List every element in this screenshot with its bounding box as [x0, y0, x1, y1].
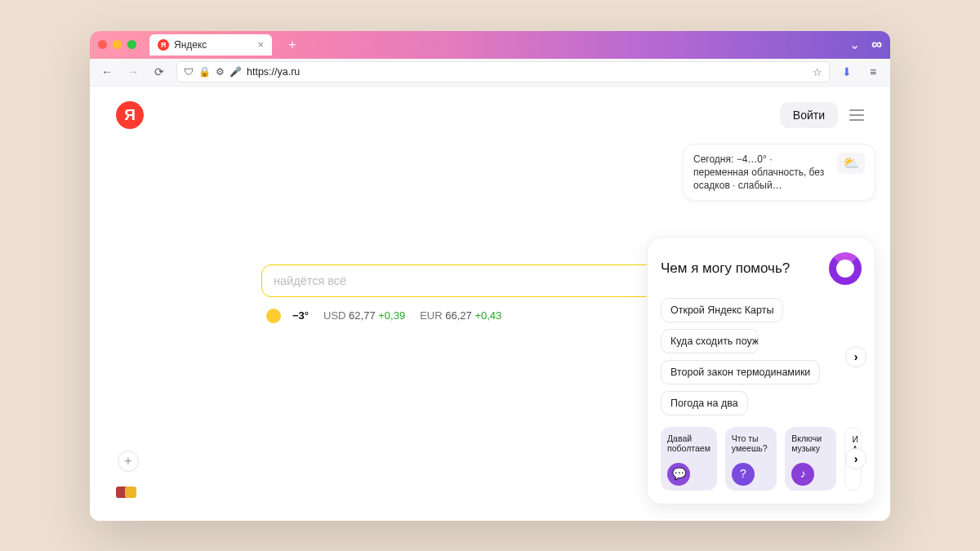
window-controls: [98, 40, 136, 49]
alice-card-skills[interactable]: Что ты умеешь? ?: [725, 427, 777, 491]
alice-card-label: Что ты умеешь?: [732, 433, 770, 463]
shortcut-icon: [125, 487, 136, 498]
alice-panel: Чем я могу помочь? Открой Яндекс Карты К…: [647, 237, 875, 504]
mic-icon[interactable]: 🎤: [229, 66, 242, 78]
lock-icon: 🔒: [198, 66, 211, 78]
currency-delta-eur: +0,43: [474, 309, 501, 322]
chips-scroll-right-button[interactable]: ›: [845, 346, 866, 367]
app-menu-button[interactable]: ≡: [864, 63, 882, 81]
alice-title: Чем я могу помочь?: [661, 260, 790, 277]
search-input[interactable]: [274, 274, 706, 287]
tabs-dropdown-icon[interactable]: ⌄: [849, 37, 860, 52]
currency-value-eur: 66,27: [445, 309, 472, 322]
alice-logo-icon[interactable]: [829, 252, 862, 285]
alice-chip[interactable]: Второй закон термодинамики: [661, 360, 820, 384]
reload-button[interactable]: ⟳: [150, 63, 168, 81]
alice-cards: Давай поболтаем 💬 Что ты умеешь? ? Включ…: [661, 427, 862, 491]
toolbar: ← → ⟳ 🛡 🔒 ⚙ 🎤 https://ya.ru ☆ ⬇ ≡: [90, 59, 890, 87]
browser-tab[interactable]: Я Яндекс ×: [149, 34, 272, 56]
alice-card-chat[interactable]: Давай поболтаем 💬: [661, 427, 717, 491]
login-button[interactable]: Войти: [780, 102, 838, 128]
back-button[interactable]: ←: [98, 63, 116, 81]
forward-button[interactable]: →: [124, 63, 142, 81]
downloads-icon[interactable]: ⬇: [838, 63, 856, 81]
tab-title: Яндекс: [174, 39, 207, 51]
browser-window: Я Яндекс × + ⌄ ∞ ← → ⟳ 🛡 🔒 ⚙ 🎤 https://y…: [90, 31, 890, 521]
alice-chip[interactable]: Погода на два: [661, 391, 748, 415]
partly-cloudy-icon: ⛅: [837, 153, 865, 174]
alice-card-label: Включи музыку: [791, 433, 830, 463]
infinity-icon[interactable]: ∞: [871, 36, 882, 53]
weather-text: Сегодня: −4…0° · переменная облачность, …: [693, 153, 829, 193]
currency-delta-usd: +0,39: [378, 309, 405, 322]
currency-label-eur[interactable]: EUR: [420, 309, 442, 322]
tab-favicon: Я: [158, 39, 169, 51]
close-window-button[interactable]: [98, 40, 107, 49]
music-icon: ♪: [791, 463, 814, 486]
speech-bubble-icon: 💬: [667, 463, 690, 486]
alice-card-music[interactable]: Включи музыку ♪: [785, 427, 836, 491]
close-tab-button[interactable]: ×: [257, 38, 264, 51]
alice-chips: Открой Яндекс Карты Куда сходить поужина…: [661, 298, 862, 415]
url-text: https://ya.ru: [247, 66, 300, 78]
alice-chip[interactable]: Открой Яндекс Карты: [661, 298, 783, 322]
currency-label-usd[interactable]: USD: [323, 309, 345, 322]
sidebar-shortcut[interactable]: [116, 487, 136, 498]
shield-icon: 🛡: [184, 66, 194, 78]
currency-value-usd: 62,77: [349, 309, 376, 322]
menu-button[interactable]: [849, 109, 864, 121]
weather-sun-icon[interactable]: [266, 309, 281, 323]
alice-chip[interactable]: Куда сходить поужина: [661, 329, 759, 353]
minimize-window-button[interactable]: [113, 40, 122, 49]
maximize-window-button[interactable]: [127, 40, 136, 49]
address-bar[interactable]: 🛡 🔒 ⚙ 🎤 https://ya.ru ☆: [176, 61, 830, 82]
titlebar: Я Яндекс × + ⌄ ∞: [90, 31, 890, 59]
add-widget-button[interactable]: +: [118, 451, 139, 472]
cards-scroll-right-button[interactable]: ›: [845, 448, 866, 469]
question-icon: ?: [732, 463, 755, 486]
page-content: Я Войти Сегодня: −4…0° · переменная обла…: [90, 87, 890, 521]
weather-tooltip[interactable]: Сегодня: −4…0° · переменная облачность, …: [683, 144, 875, 202]
settings-toggle-icon[interactable]: ⚙: [216, 66, 225, 78]
page-header: Я Войти: [116, 101, 864, 129]
new-tab-button[interactable]: +: [283, 36, 301, 54]
yandex-logo[interactable]: Я: [116, 101, 144, 129]
alice-card-label: Давай поболтаем: [667, 433, 710, 463]
bookmark-star-icon[interactable]: ☆: [813, 66, 822, 78]
temperature[interactable]: −3°: [292, 309, 309, 322]
